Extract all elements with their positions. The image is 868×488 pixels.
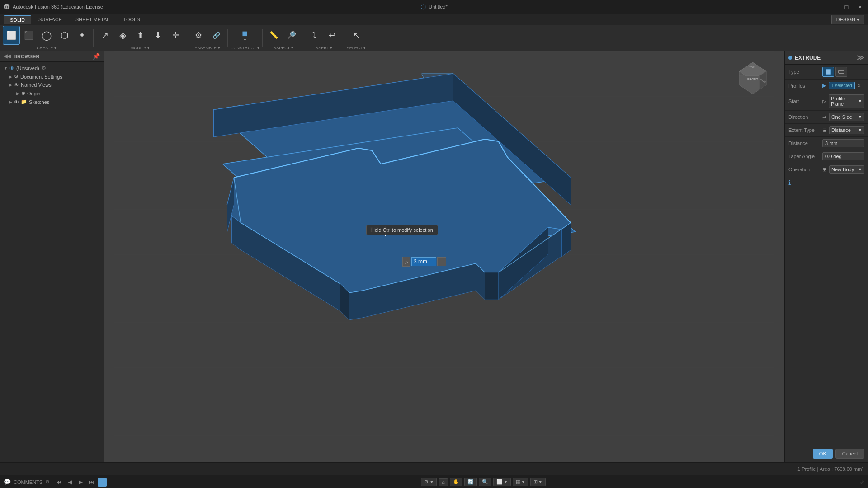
type-btn-solid[interactable] <box>822 67 834 77</box>
minimize-btn[interactable]: − <box>829 3 838 11</box>
toolbar-btn-fillet[interactable]: ◈ <box>114 26 131 45</box>
toolbar-btn-revolve[interactable]: ◯ <box>38 26 55 45</box>
toolbar-btn-loft[interactable]: ✦ <box>73 26 90 45</box>
toolbar-btn-select[interactable]: ↖ <box>348 26 365 45</box>
type-label: Type <box>788 69 822 75</box>
toolbar-btn-press-pull[interactable]: ↗ <box>96 26 113 45</box>
maximize-btn[interactable]: □ <box>842 3 851 11</box>
cube-label-top: TOP <box>749 66 755 69</box>
tree-arrow-doc: ▶ <box>9 75 12 79</box>
nav-cube[interactable]: FRONT RIGHT TOP <box>735 60 771 96</box>
vp-orbit[interactable]: ✋ <box>450 478 462 486</box>
distance-input[interactable] <box>822 139 864 147</box>
construct-plane-icon: ◼ <box>242 29 248 38</box>
toolbar-btn-sweep[interactable]: ⬡ <box>56 26 73 45</box>
browser-pin-icon[interactable]: 📌 <box>93 53 100 60</box>
play-back[interactable]: ◀ <box>65 478 74 487</box>
start-dropdown[interactable]: Profile Plane ▼ <box>829 94 864 108</box>
timeline-thumb[interactable] <box>98 478 107 487</box>
toolbar-btn-insert-mcmaster[interactable]: ⤵ <box>306 26 323 45</box>
panel-buttons: OK Cancel <box>785 445 868 462</box>
tree-arrow-views: ▶ <box>9 83 12 87</box>
toolbar-btn-measure[interactable]: 📏 <box>265 26 283 45</box>
toolbar-btn-joint[interactable]: ⚙ <box>190 26 207 45</box>
status-profile-info: 1 Profile | Area : 7608.00 mm² <box>797 466 863 472</box>
close-btn[interactable]: × <box>855 3 864 11</box>
vp-look[interactable]: 🔄 <box>464 478 477 486</box>
extent-icon: ⊟ <box>822 127 826 133</box>
play-skip-forward[interactable]: ⏭ <box>87 478 96 487</box>
taper-angle-input[interactable] <box>822 152 864 160</box>
toolbar-btn-new-component[interactable]: ⬜ <box>3 26 20 45</box>
vp-viewport-type[interactable]: ⬜ ▼ <box>493 478 511 486</box>
cancel-button[interactable]: Cancel <box>835 449 864 459</box>
play-forward[interactable]: ▶ <box>76 478 85 487</box>
comments-settings-icon[interactable]: ⚙ <box>45 479 50 485</box>
extent-type-dropdown[interactable]: Distance ▼ <box>829 126 864 134</box>
design-dropdown[interactable]: DESIGN ▾ <box>831 15 864 24</box>
browser-collapse-icon[interactable]: ◀◀ <box>4 53 11 59</box>
panel-header: EXTRUDE ≫ <box>785 51 868 65</box>
panel-expand-icon[interactable]: ≫ <box>857 53 864 62</box>
dimension-options-btn[interactable]: ⋯ <box>437 257 446 266</box>
tree-item-sketches[interactable]: ▶ 👁 📁 Sketches <box>0 98 104 106</box>
tab-tools[interactable]: TOOLS <box>117 15 146 23</box>
viewport-controls: ⚙ ▼ ⌂ ✋ 🔄 🔍 ⬜ ▼ ▦ ▼ ⊞ ▼ <box>421 478 545 486</box>
tab-solid[interactable]: SOLID <box>4 15 31 24</box>
sketches-icon-eye: 👁 <box>14 99 19 105</box>
vp-display-mode[interactable]: ▦ ▼ <box>513 478 528 486</box>
tab-sheet-metal[interactable]: SHEET METAL <box>69 15 116 23</box>
toolbar-group-select: ↖ SELECT ▾ <box>347 26 366 50</box>
vp-grid-snap[interactable]: ⊞ ▼ <box>530 478 546 486</box>
assemble-buttons: ⚙ 🔗 <box>190 26 225 45</box>
toolbar-btn-interference[interactable]: 🔎 <box>283 26 300 45</box>
construct-label[interactable]: CONSTRUCT ▾ <box>231 46 259 50</box>
taper-angle-label: Taper Angle <box>788 154 822 159</box>
toolbar-btn-chamfer[interactable]: ⬆ <box>132 26 149 45</box>
toolbar-btn-extrude[interactable]: ⬛ <box>20 26 38 45</box>
start-label: Start <box>788 99 822 104</box>
profiles-value: ▶ 1 selected × <box>822 82 864 89</box>
tree-label-unsaved: (Unsaved) <box>16 66 39 71</box>
toolbar-btn-shell[interactable]: ⬇ <box>149 26 166 45</box>
vp-dm-chevron: ▼ <box>521 480 525 484</box>
tree-label-doc: Document Settings <box>20 74 62 80</box>
panel-info: ℹ <box>785 176 868 189</box>
toolbar-btn-combine[interactable]: ✛ <box>167 26 184 45</box>
tab-surface[interactable]: SURFACE <box>32 15 68 23</box>
operation-label: Operation <box>788 167 822 172</box>
toolbar-group-insert: ⤵ ↩ INSERT ▾ <box>306 26 341 50</box>
comments-icon: 💬 <box>4 479 11 485</box>
dimension-input-field[interactable] <box>411 257 436 266</box>
tree-item-named-views[interactable]: ▶ 👁 Named Views <box>0 81 104 89</box>
sep5 <box>303 29 303 47</box>
file-title: Untitled* <box>429 4 448 9</box>
orbit-icon: ✋ <box>453 479 459 485</box>
profiles-clear-icon[interactable]: × <box>858 82 861 89</box>
comments-area[interactable]: 💬 COMMENTS ⚙ <box>4 479 50 485</box>
direction-dropdown[interactable]: One Side ▼ <box>829 113 864 121</box>
ok-button[interactable]: OK <box>813 449 833 459</box>
toolbar-btn-as-built-joint[interactable]: 🔗 <box>208 26 225 45</box>
vp-zoom[interactable]: 🔍 <box>479 478 491 486</box>
tree-item-doc-settings[interactable]: ▶ ⚙ Document Settings <box>0 72 104 81</box>
toolbar-area: SOLID SURFACE SHEET METAL TOOLS DESIGN ▾… <box>0 14 868 51</box>
toolbar-btn-insert-svg[interactable]: ↩ <box>324 26 341 45</box>
tree-item-unsaved[interactable]: ▼ 👁 (Unsaved) ⚙ <box>0 64 104 72</box>
play-skip-back[interactable]: ⏮ <box>54 478 63 487</box>
toolbar-btn-construct[interactable]: ◼ ▼ <box>236 26 254 45</box>
settings-icon[interactable]: ⚙ <box>42 65 46 71</box>
vp-chevron: ▼ <box>429 480 434 484</box>
vp-fit-home[interactable]: ⌂ <box>439 478 448 486</box>
profiles-selected-badge[interactable]: 1 selected <box>829 82 855 89</box>
viewport[interactable]: 3.0 Hold Ctrl to modify selection ▷ ⋯ <box>104 51 784 462</box>
expand-icon[interactable]: ⤢ <box>860 479 864 485</box>
tree-item-origin[interactable]: ▶ ⊕ Origin <box>0 89 104 98</box>
direction-chevron: ▼ <box>858 115 862 119</box>
svg-icon: ↩ <box>329 31 335 39</box>
extent-type-value: ⊟ Distance ▼ <box>822 126 864 134</box>
operation-dropdown[interactable]: New Body ▼ <box>829 165 864 174</box>
doc-icon: ⚙ <box>14 74 19 80</box>
type-btn-surface[interactable] <box>835 67 847 77</box>
vp-display-settings[interactable]: ⚙ ▼ <box>421 478 437 486</box>
